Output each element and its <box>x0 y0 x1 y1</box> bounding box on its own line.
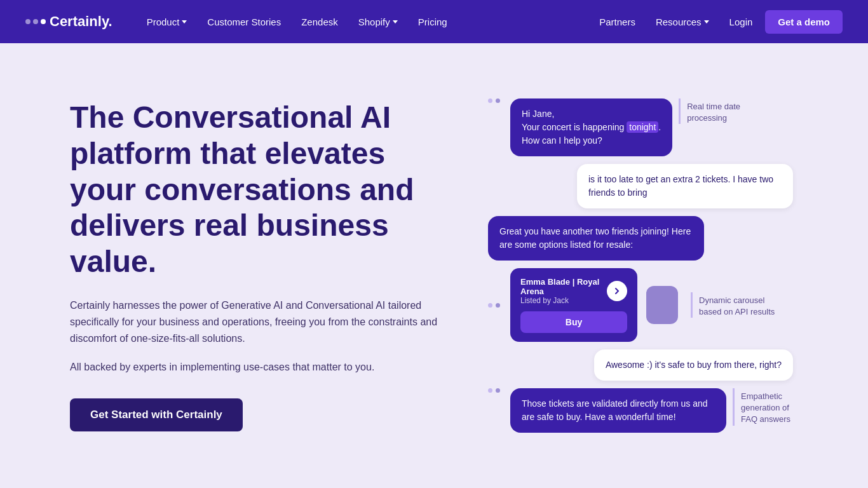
chevron-down-icon <box>182 20 187 24</box>
nav-item-shopify[interactable]: Shopify <box>349 11 407 32</box>
nav-item-partners[interactable]: Partners <box>592 11 643 32</box>
dot-2 <box>496 98 500 103</box>
logo-dots <box>25 19 46 24</box>
carousel-card-subtitle: Listed by Jack <box>520 296 607 305</box>
carousel-card-header: Emma Blade | Royal Arena Listed by Jack <box>520 277 627 305</box>
user-bubble-2: Awesome :) it's safe to buy from there, … <box>594 349 793 381</box>
nav-item-pricing[interactable]: Pricing <box>409 11 456 32</box>
annotation-text-3: Empathetic generation of FAQ answers <box>741 388 793 426</box>
dot-6 <box>496 388 500 393</box>
chat-row-carousel: Emma Blade | Royal Arena Listed by Jack … <box>488 268 793 342</box>
nav-item-login[interactable]: Login <box>722 11 761 32</box>
nav-right: Partners Resources Login Get a demo <box>592 10 843 34</box>
logo[interactable]: Certainly. <box>25 13 112 30</box>
chat-container: Hi Jane,Your concert is happening tonigh… <box>488 98 793 433</box>
logo-dot-2 <box>33 19 38 24</box>
bot-text-1a: Hi Jane,Your concert is happening <box>522 109 627 132</box>
nav-item-zendesk[interactable]: Zendesk <box>292 11 347 32</box>
annotation-carousel: Dynamic carousel based on API results <box>691 292 788 318</box>
nav-item-product[interactable]: Product <box>138 11 196 32</box>
carousel-next-button[interactable] <box>607 281 627 301</box>
chat-row-6: Those tickets are validated directly fro… <box>488 388 793 433</box>
nav-item-resources[interactable]: Resources <box>648 11 717 32</box>
hero-subtitle1: Certainly harnesses the power of Generat… <box>70 297 438 346</box>
hero-title: The Conversational AI platform that elev… <box>70 100 438 280</box>
logo-dot-3 <box>41 19 46 24</box>
hero-left: The Conversational AI platform that elev… <box>70 100 438 431</box>
user-bubble-1: is it too late to get an extra 2 tickets… <box>577 164 793 208</box>
carousel-card: Emma Blade | Royal Arena Listed by Jack … <box>510 268 637 342</box>
annotation-bar-1 <box>679 98 681 124</box>
annotation-bar-3 <box>733 388 735 426</box>
deco-dots-3 <box>488 388 500 393</box>
bot-bubble-3: Those tickets are validated directly fro… <box>510 388 726 433</box>
logo-dot-1 <box>25 19 31 24</box>
nav-left: Product Customer Stories Zendesk Shopify… <box>138 11 592 32</box>
navbar: Certainly. Product Customer Stories Zend… <box>0 0 868 43</box>
chevron-down-icon <box>704 20 709 24</box>
annotation-bar-carousel <box>691 292 693 318</box>
chat-row-5: Awesome :) it's safe to buy from there, … <box>488 349 793 381</box>
annotation-1: Real time date processing <box>679 98 776 124</box>
chat-row-3: Great you have another two friends joini… <box>488 216 793 261</box>
bot-bubble-1: Hi Jane,Your concert is happening tonigh… <box>510 98 672 156</box>
dot-4 <box>496 303 500 308</box>
deco-dots-1 <box>488 98 500 103</box>
trusted-section: Trusted by <box>0 475 868 488</box>
dot-5 <box>488 388 492 393</box>
chevron-down-icon <box>393 20 398 24</box>
dot-1 <box>488 98 492 103</box>
highlight-tonight: tonight <box>627 121 658 133</box>
deco-dots-2 <box>488 303 500 308</box>
dot-3 <box>488 303 492 308</box>
carousel-card-next <box>646 286 678 324</box>
hero-section: The Conversational AI platform that elev… <box>0 43 868 475</box>
chat-row-2: is it too late to get an extra 2 tickets… <box>488 164 793 208</box>
logo-text: Certainly. <box>50 13 112 30</box>
get-started-button[interactable]: Get Started with Certainly <box>70 398 243 431</box>
get-demo-button[interactable]: Get a demo <box>765 10 843 34</box>
chat-row-1: Hi Jane,Your concert is happening tonigh… <box>488 98 793 156</box>
annotation-text-carousel: Dynamic carousel based on API results <box>699 292 788 318</box>
annotation-text-1: Real time date processing <box>687 98 776 124</box>
nav-item-customer-stories[interactable]: Customer Stories <box>198 11 290 32</box>
bot-bubble-2: Great you have another two friends joini… <box>488 216 704 261</box>
carousel-card-title: Emma Blade | Royal Arena <box>520 277 607 296</box>
buy-button[interactable]: Buy <box>520 311 627 333</box>
annotation-3: Empathetic generation of FAQ answers <box>733 388 793 426</box>
carousel-card-info: Emma Blade | Royal Arena Listed by Jack <box>520 277 607 305</box>
hero-subtitle2: All backed by experts in implementing us… <box>70 359 438 376</box>
hero-right: Hi Jane,Your concert is happening tonigh… <box>464 98 817 433</box>
